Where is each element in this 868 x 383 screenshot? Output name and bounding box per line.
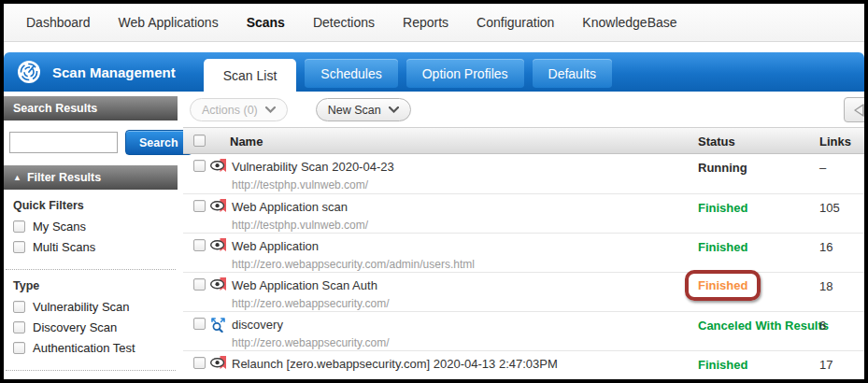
scan-name[interactable]: Relaunch [zero.webappsecurity.com] 2020-… <box>232 357 558 371</box>
tab-defaults[interactable]: Defaults <box>533 59 612 88</box>
row-checkbox[interactable] <box>193 200 206 212</box>
scan-status: Finished <box>698 358 747 372</box>
scan-links: 18 <box>819 279 832 293</box>
vulnerability-scan-icon <box>210 199 227 213</box>
actions-button[interactable]: Actions (0) <box>190 98 288 121</box>
row-checkbox[interactable] <box>193 160 206 172</box>
app-window: DashboardWeb ApplicationsScansDetections… <box>0 0 868 383</box>
filter-results-header[interactable]: ▲Filter Results <box>4 165 178 190</box>
filter-results-label: Filter Results <box>27 171 101 184</box>
top-nav: DashboardWeb ApplicationsScansDetections… <box>4 4 864 42</box>
pager-prev-button[interactable] <box>844 97 868 122</box>
triangle-up-icon: ▲ <box>13 173 21 182</box>
scan-links: 16 <box>819 240 832 254</box>
tab-schedules[interactable]: Schedules <box>305 59 397 88</box>
vulnerability-scan-icon <box>210 356 227 370</box>
scan-name[interactable]: Web Application Scan Auth <box>232 278 377 292</box>
scan-status: Finished <box>698 201 747 215</box>
new-scan-button-label: New Scan <box>328 104 381 117</box>
column-header-name[interactable]: Name <box>230 135 263 149</box>
scan-status: Finished <box>685 270 761 301</box>
vulnerability-scan-icon <box>210 159 227 173</box>
column-header-status[interactable]: Status <box>698 135 735 149</box>
scan-list-panel: Actions (0) New Scan <box>183 92 864 378</box>
select-all-checkbox[interactable] <box>193 135 206 147</box>
search-button[interactable]: Search <box>125 130 192 155</box>
scan-links: 17 <box>819 358 832 372</box>
nav-item-scans[interactable]: Scans <box>247 15 285 30</box>
scan-links: – <box>819 161 826 175</box>
filter-checkbox[interactable] <box>13 342 25 354</box>
row-checkbox[interactable] <box>193 357 206 369</box>
filter-checkbox[interactable] <box>13 220 25 233</box>
nav-item-web-applications[interactable]: Web Applications <box>119 15 219 30</box>
chevron-down-icon <box>389 106 399 113</box>
scan-row[interactable]: Web Application http://zero.webappsecuri… <box>183 233 864 272</box>
filter-option-my-scans[interactable]: My Scans <box>13 220 168 234</box>
filter-section-title: Quick Filters <box>13 199 168 212</box>
actions-button-label: Actions (0) <box>202 104 258 117</box>
scan-row[interactable]: Web Application Scan Auth http://zero.we… <box>183 272 864 311</box>
column-header-links[interactable]: Links <box>819 135 851 149</box>
nav-item-detections[interactable]: Detections <box>313 15 375 30</box>
filter-section-quick-filters: Quick Filters My Scans Multi Scans <box>6 190 176 269</box>
tab-option-profiles[interactable]: Option Profiles <box>406 59 524 88</box>
scan-name[interactable]: Web Application <box>232 239 319 253</box>
vulnerability-scan-icon <box>210 238 227 252</box>
row-checkbox[interactable] <box>193 278 206 291</box>
filter-section-title: Type <box>13 279 168 292</box>
filter-option-multi-scans[interactable]: Multi Scans <box>13 240 168 254</box>
nav-item-dashboard[interactable]: Dashboard <box>26 15 91 30</box>
vulnerability-scan-icon <box>210 277 227 291</box>
nav-item-knowledgebase[interactable]: KnowledgeBase <box>582 15 676 30</box>
row-checkbox[interactable] <box>193 239 206 251</box>
discovery-scan-icon <box>210 317 226 333</box>
scan-status: Canceled With Results <box>698 319 829 333</box>
filter-section-mode: Mode <box>6 370 176 383</box>
scan-management-logo-icon <box>17 60 41 84</box>
search-row: Search <box>4 121 178 165</box>
scan-status: Running <box>698 161 747 175</box>
filter-checkbox[interactable] <box>13 301 25 313</box>
page-title: Scan Management <box>52 64 176 80</box>
scan-list: Vulnerability Scan 2020-04-23 http://tes… <box>183 154 864 383</box>
table-header: Name Status Links <box>183 127 864 154</box>
row-checkbox[interactable] <box>193 318 206 330</box>
scan-management-header: Scan Management Scan ListSchedulesOption… <box>4 52 864 92</box>
scan-links: 105 <box>819 201 840 215</box>
scan-row[interactable]: Vulnerability Scan 2020-04-23 http://tes… <box>183 154 864 193</box>
scan-url: http://zero.webappsecurity.com/ <box>232 297 390 310</box>
scan-links: 6 <box>819 319 826 333</box>
scan-url: http://testphp.vulnweb.com/ <box>232 178 368 192</box>
sidebar: Search Results Search ▲Filter Results Qu… <box>4 92 178 378</box>
scan-url: http://zero.webappsecurity.com/admin/use… <box>232 258 475 271</box>
scan-name[interactable]: Web Application scan <box>232 200 348 214</box>
toolbar: Actions (0) New Scan <box>183 92 864 127</box>
scan-status: Finished <box>698 240 747 254</box>
scan-row[interactable]: Relaunch [zero.webappsecurity.com] 2020-… <box>183 350 864 383</box>
scan-name[interactable]: Vulnerability Scan 2020-04-23 <box>232 160 394 174</box>
content-area: Search Results Search ▲Filter Results Qu… <box>4 92 864 378</box>
filter-checkbox[interactable] <box>13 241 25 253</box>
filter-sections: Quick Filters My Scans Multi Scans Type … <box>4 190 178 383</box>
scan-url: http://zero.webappsecurity.com/ <box>232 336 390 349</box>
scan-row[interactable]: Web Application scan http://testphp.vuln… <box>183 193 864 233</box>
chevron-left-icon <box>852 103 865 118</box>
search-results-header: Search Results <box>4 96 178 121</box>
header-tabs: Scan ListSchedulesOption ProfilesDefault… <box>204 52 612 92</box>
filter-section-type: Type Vulnerability Scan Discovery Scan A… <box>6 269 176 370</box>
nav-item-configuration[interactable]: Configuration <box>477 15 554 30</box>
chevron-down-icon <box>265 106 276 113</box>
search-input[interactable] <box>9 132 118 153</box>
nav-item-reports[interactable]: Reports <box>403 15 448 30</box>
scan-name[interactable]: discovery <box>232 318 283 332</box>
tab-scan-list[interactable]: Scan List <box>204 59 297 92</box>
filter-option-vulnerability-scan[interactable]: Vulnerability Scan <box>13 300 168 314</box>
scan-row[interactable]: discovery http://zero.webappsecurity.com… <box>183 311 864 350</box>
new-scan-button[interactable]: New Scan <box>316 98 411 121</box>
scan-url: http://testphp.vulnweb.com/ <box>232 219 368 232</box>
filter-option-authentication-test[interactable]: Authentication Test <box>13 341 168 355</box>
filter-option-discovery-scan[interactable]: Discovery Scan <box>13 320 168 334</box>
filter-checkbox[interactable] <box>13 321 25 333</box>
